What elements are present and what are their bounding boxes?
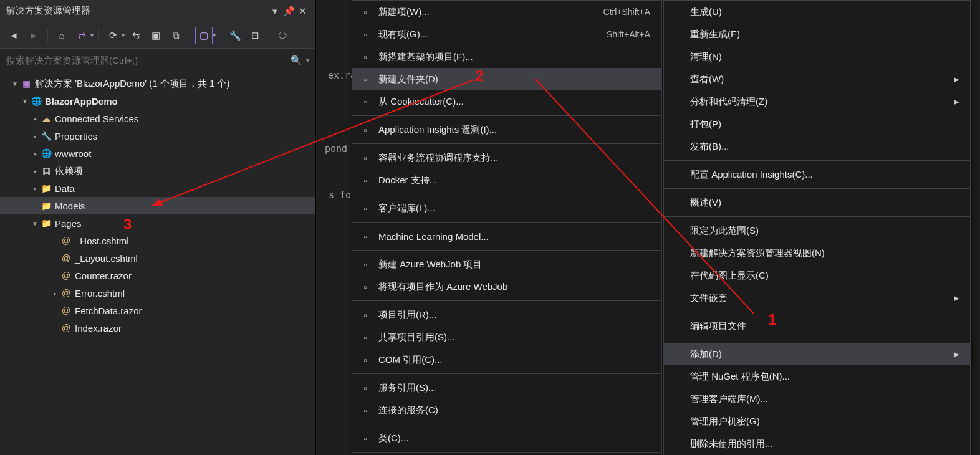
submenu-item[interactable]: ▫新建 Azure WebJob 项目 <box>352 253 661 275</box>
nest-files-icon[interactable]: ⊟ <box>246 27 264 44</box>
collapse-all-icon[interactable]: ⧉ <box>167 27 185 44</box>
solution-node[interactable]: ▼ ▣ 解决方案 'BlazorAppDemo' (1 个项目，共 1 个) <box>0 75 315 92</box>
razor-file-icon: @ <box>60 271 72 280</box>
tree-item-models[interactable]: ▸ 📁 Models <box>0 197 315 214</box>
filter-icon[interactable]: ⇆ <box>127 27 145 44</box>
submenu-item[interactable]: ▫项目引用(R)... <box>352 304 661 326</box>
dropdown-icon[interactable]: ▾ <box>268 6 282 17</box>
context-menu-item[interactable]: 删除未使用的引用... <box>664 433 970 455</box>
submenu-arrow-icon: ▶ <box>949 350 959 358</box>
submenu-item[interactable]: ▫现有项(G)...Shift+Alt+A <box>352 23 661 46</box>
dropdown-icon[interactable]: ▾ <box>213 32 216 39</box>
submenu-item[interactable]: ▫客户端库(L)... <box>352 197 661 219</box>
menu-item-icon: ▫ <box>352 282 378 292</box>
context-menu-item[interactable]: 重新生成(E) <box>664 23 970 46</box>
menu-item-label: 分析和代码清理(Z) <box>690 96 949 108</box>
forward-icon: ► <box>25 27 42 44</box>
menu-item-label: 管理用户机密(G) <box>690 416 959 428</box>
project-node[interactable]: ▼ 🌐 BlazorAppDemo <box>0 92 315 110</box>
submenu-item[interactable]: ▫共享项目引用(S)... <box>352 326 661 348</box>
context-menu-item[interactable]: 生成(U) <box>664 1 970 23</box>
view-codemap-icon[interactable]: ⧂ <box>274 27 292 44</box>
menu-item-icon: ▫ <box>352 153 378 163</box>
context-menu-item[interactable]: 新建解决方案资源管理器视图(N) <box>664 242 970 264</box>
context-menu-item[interactable]: 管理用户机密(G) <box>664 410 970 433</box>
home-icon[interactable]: ⌂ <box>53 27 70 44</box>
context-menu-item[interactable]: 清理(N) <box>664 46 970 68</box>
context-menu-item[interactable]: 概述(V) <box>664 191 970 214</box>
submenu-item[interactable]: ▫类(C)... <box>352 427 661 449</box>
context-menu-item[interactable]: 添加(D)▶ <box>664 343 970 365</box>
submenu-arrow-icon: ▶ <box>949 294 959 302</box>
submenu-item[interactable]: ▫Machine Learning Model... <box>352 225 661 247</box>
context-menu-item[interactable]: 文件嵌套▶ <box>664 287 970 309</box>
submenu-item[interactable]: ▫服务引用(S)... <box>352 376 661 399</box>
submenu-arrow-icon: ▶ <box>949 75 959 84</box>
preview-selected-icon[interactable]: ▢ <box>195 27 213 44</box>
tree-file-layout[interactable]: @ _Layout.cshtml <box>0 249 315 267</box>
context-menu-item[interactable]: 查看(W)▶ <box>664 68 970 90</box>
tree-item-wwwroot[interactable]: ▸ 🌐 wwwroot <box>0 145 315 162</box>
submenu-item[interactable]: ▫从 Cookiecutter(C)... <box>352 90 661 113</box>
menu-item-label: 容器业务流程协调程序支持... <box>378 152 650 164</box>
properties-icon[interactable]: 🔧 <box>226 27 244 44</box>
sync-icon[interactable]: ⟳ <box>104 27 122 44</box>
tree-item-label: Connected Services <box>55 113 138 124</box>
tree-item-properties[interactable]: ▸ 🔧 Properties <box>0 127 315 145</box>
submenu-item[interactable]: ▫容器业务流程协调程序支持... <box>352 146 661 169</box>
tree-file-fetchdata[interactable]: @ FetchData.razor <box>0 302 315 319</box>
folder-icon: 📁 <box>40 201 52 211</box>
menu-item-icon: ▫ <box>352 7 378 17</box>
close-icon[interactable]: ✕ <box>295 6 309 17</box>
cloud-icon: ☁ <box>40 113 52 123</box>
submenu-item[interactable]: ▫Application Insights 遥测(I)... <box>352 118 661 141</box>
solution-explorer-panel: 解决方案资源管理器 ▾ 📌 ✕ ◄ ► ⌂ ⇄ ▾ ⟳ ▾ ⇆ ▣ ⧉ ▢ ▾ … <box>0 0 316 455</box>
menu-item-label: 查看(W) <box>690 74 949 85</box>
submenu-item[interactable]: ▫新搭建基架的项目(F)... <box>352 46 661 68</box>
context-menu-item[interactable]: 编辑项目文件 <box>664 315 970 337</box>
submenu-item[interactable]: ▫新建文件夹(D) <box>352 68 661 90</box>
tree-item-connected-services[interactable]: ▸ ☁ Connected Services <box>0 110 315 127</box>
submenu-item[interactable]: ▫将现有项目作为 Azure WebJob <box>352 275 661 298</box>
pin-icon[interactable]: 📌 <box>282 6 295 17</box>
context-menu-item[interactable]: 在代码图上显示(C) <box>664 264 970 287</box>
context-menu-item[interactable]: 管理 NuGet 程序包(N)... <box>664 365 970 388</box>
solution-tree: ▼ ▣ 解决方案 'BlazorAppDemo' (1 个项目，共 1 个) ▼… <box>0 72 315 337</box>
tree-item-pages[interactable]: ▼ 📁 Pages <box>0 214 315 232</box>
menu-item-label: Machine Learning Model... <box>378 231 650 242</box>
menu-item-label: 配置 Application Insights(C)... <box>690 169 959 181</box>
show-all-files-icon[interactable]: ▣ <box>147 27 165 44</box>
tree-item-label: _Host.cshtml <box>75 236 129 246</box>
dropdown-icon[interactable]: ▾ <box>90 32 94 39</box>
search-input[interactable] <box>6 55 291 65</box>
context-menu-item[interactable]: 配置 Application Insights(C)... <box>664 163 970 186</box>
tree-item-data[interactable]: ▸ 📁 Data <box>0 180 315 197</box>
menu-item-icon: ▫ <box>352 97 378 107</box>
search-bar[interactable]: 🔍 ▾ <box>0 49 315 72</box>
tree-item-dependencies[interactable]: ▸ ▦ 依赖项 <box>0 162 315 180</box>
tree-file-counter[interactable]: @ Counter.razor <box>0 267 315 284</box>
globe-icon: 🌐 <box>40 148 52 158</box>
tree-file-index[interactable]: @ Index.razor <box>0 319 315 337</box>
dropdown-icon[interactable]: ▾ <box>306 57 309 64</box>
submenu-item[interactable]: ▫新建项(W)...Ctrl+Shift+A <box>352 1 661 23</box>
menu-item-icon: ▫ <box>352 383 378 393</box>
context-menu-item[interactable]: 管理客户端库(M)... <box>664 388 970 410</box>
submenu-item[interactable]: ▫Docker 支持... <box>352 169 661 191</box>
menu-item-shortcut: Ctrl+Shift+A <box>603 7 650 17</box>
search-icon[interactable]: 🔍 <box>291 55 302 66</box>
submenu-item[interactable]: ▫COM 引用(C)... <box>352 348 661 371</box>
dropdown-icon[interactable]: ▾ <box>122 32 125 39</box>
tree-file-error[interactable]: ▸ @ Error.cshtml <box>0 284 315 302</box>
folder-icon: 📁 <box>40 183 52 193</box>
context-menu-item[interactable]: 限定为此范围(S) <box>664 219 970 242</box>
project-icon: 🌐 <box>30 96 42 106</box>
menu-item-label: 将现有项目作为 Azure WebJob <box>378 281 650 293</box>
context-menu-item[interactable]: 打包(P) <box>664 113 970 135</box>
back-icon[interactable]: ◄ <box>5 27 22 44</box>
tree-file-host[interactable]: @ _Host.cshtml <box>0 232 315 249</box>
switch-views-icon[interactable]: ⇄ <box>73 27 90 44</box>
submenu-item[interactable]: ▫连接的服务(C) <box>352 399 661 421</box>
context-menu-item[interactable]: 分析和代码清理(Z)▶ <box>664 90 970 113</box>
context-menu-item[interactable]: 发布(B)... <box>664 135 970 158</box>
